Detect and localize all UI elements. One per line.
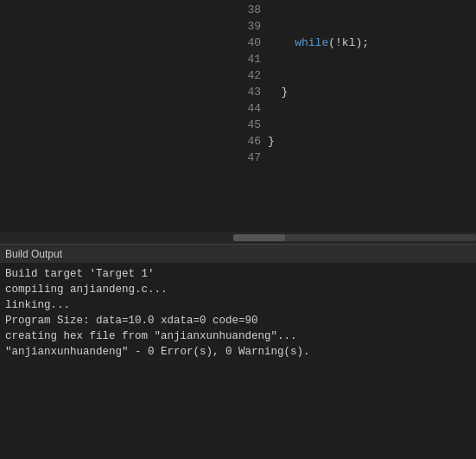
build-line-6: "anjianxunhuandeng" - 0 Error(s), 0 Warn… [5, 344, 471, 360]
build-output-content: Build target 'Target 1' compiling anjian… [0, 263, 476, 363]
build-output-section: Build Output Build target 'Target 1' com… [0, 244, 476, 363]
build-line-1: Build target 'Target 1' [5, 266, 471, 282]
build-output-title: Build Output [5, 248, 62, 260]
build-line-3: linking... [5, 297, 471, 313]
scrollbar-thumb[interactable] [233, 234, 285, 241]
build-line-5: creating hex file from "anjianxunhuanden… [5, 328, 471, 344]
code-line-39: } [268, 84, 476, 100]
code-editor: 38 39 40 41 42 43 44 45 46 47 while(!kl)… [0, 0, 476, 244]
code-content: while(!kl); } } main() { DigKey(); retur… [268, 0, 476, 232]
code-line-38: while(!kl); [268, 35, 476, 51]
left-gutter [0, 0, 233, 232]
editor-main: 38 39 40 41 42 43 44 45 46 47 while(!kl)… [0, 0, 476, 232]
build-line-4: Program Size: data=10.0 xdata=0 code=90 [5, 313, 471, 328]
scrollbar-track [233, 234, 476, 241]
build-output-header: Build Output [0, 244, 476, 263]
code-line-41 [268, 182, 476, 199]
build-line-2: compiling anjiandeng.c... [5, 282, 471, 297]
horizontal-scrollbar[interactable] [0, 232, 476, 244]
code-line-40: } [268, 133, 476, 150]
line-numbers: 38 39 40 41 42 43 44 45 46 47 [233, 0, 268, 232]
